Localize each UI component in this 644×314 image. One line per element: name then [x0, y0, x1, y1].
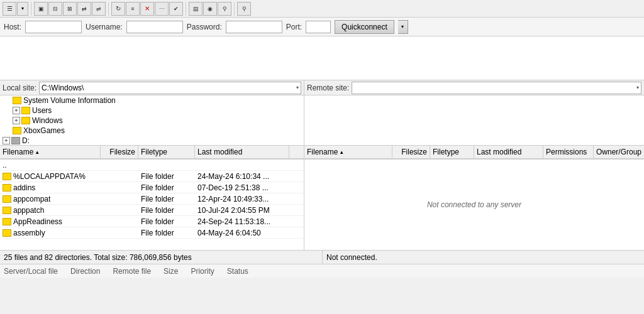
file-extra-cell [289, 216, 304, 227]
sort-arrow-icon: ▲ [339, 149, 344, 155]
disconnect-button[interactable]: ⋯ [155, 2, 169, 16]
file-row-appreadiness[interactable]: AppReadiness File folder 24-Sep-24 11:53… [0, 216, 304, 227]
col-filename-remote-header[interactable]: Filename▲ [304, 146, 392, 158]
folder-icon [21, 117, 30, 124]
view-panel1-button[interactable]: ▣ [34, 2, 48, 16]
local-site-header: Local site: C:\Windows\ ▾ [0, 80, 304, 95]
file-size-cell [101, 216, 138, 227]
expand-icon[interactable]: + [3, 137, 10, 144]
file-modified-cell: 24-Sep-24 11:53:18... [195, 216, 289, 227]
file-extra-cell [289, 193, 304, 204]
file-name-cell: appcompat [0, 193, 101, 204]
col-owner-remote-header[interactable]: Owner/Group [594, 146, 644, 158]
username-input[interactable] [126, 21, 183, 33]
local-path-dropdown[interactable]: C:\Windows\ ▾ [39, 82, 301, 94]
col-extra-header [289, 146, 304, 158]
host-input[interactable] [25, 21, 82, 33]
file-row-assembly[interactable]: assembly File folder 04-May-24 6:04:50 [0, 227, 304, 239]
host-label: Host: [4, 23, 21, 31]
local-site-label: Local site: [3, 84, 36, 92]
file-type-cell: File folder [138, 227, 195, 238]
expand-icon[interactable]: + [13, 107, 20, 114]
view-panel2-button[interactable]: ⊟ [48, 2, 62, 16]
col-filesize-remote-header[interactable]: Filesize [392, 146, 430, 158]
file-row-dotdot[interactable]: .. [0, 160, 304, 171]
col-modified-remote-header[interactable]: Last modified [474, 146, 543, 158]
file-row-localappdata[interactable]: %LOCALAPPDATA% File folder 24-May-24 6:1… [0, 171, 304, 182]
remote-site-header: Remote site: ▾ [304, 80, 644, 95]
col-filetype-remote-header[interactable]: Filetype [430, 146, 474, 158]
tree-item-sysvolinfo[interactable]: System Volume Information [0, 95, 304, 106]
tree-item-label: Windows [32, 116, 63, 125]
queue-col-server: Server/Local file [4, 267, 58, 276]
view-panel3-button[interactable]: ⊠ [63, 2, 77, 16]
tree-item-windows[interactable]: + Windows [0, 116, 304, 126]
file-row-addins[interactable]: addins File folder 07-Dec-19 2:51:38 ... [0, 182, 304, 193]
col-filename-header[interactable]: Filename▲ [0, 146, 101, 158]
tree-item-label: D: [22, 136, 30, 145]
refresh-button[interactable]: ↻ [111, 2, 125, 16]
sort-arrow-icon: ▲ [35, 149, 40, 155]
port-input[interactable] [306, 21, 331, 33]
tree-item-users[interactable]: + Users [0, 106, 304, 116]
site-manager-button[interactable]: ☰ [3, 2, 16, 16]
file-extra-cell [289, 160, 304, 170]
file-name-cell: .. [0, 160, 101, 170]
tree-item-label: Users [32, 106, 52, 115]
remote-tree [304, 95, 644, 146]
col-perms-remote-header[interactable]: Permissions [543, 146, 594, 158]
file-size-cell [101, 171, 138, 181]
toolbar-group-actions: ↻ ≡ ✕ ⋯ ✔ [111, 2, 186, 16]
queue-col-priority: Priority [191, 267, 214, 276]
file-name-cell: apppatch [0, 205, 101, 215]
tree-item-drive-d[interactable]: + D: [0, 136, 304, 146]
file-modified-cell: 04-May-24 6:04:50 [195, 227, 289, 238]
search-files-button[interactable]: ⚲ [218, 2, 231, 16]
file-modified-cell: 07-Dec-19 2:51:38 ... [195, 182, 289, 193]
toolbar-group-find: ⚲ [237, 2, 253, 16]
file-modified-cell [195, 160, 289, 170]
local-path-arrow-icon: ▾ [296, 85, 299, 90]
queue-col-remote: Remote file [113, 267, 151, 276]
cancel-button[interactable]: ✕ [140, 2, 154, 16]
file-type-cell: File folder [138, 205, 195, 215]
col-filetype-header[interactable]: Filetype [138, 146, 195, 158]
remote-path-arrow-icon: ▾ [636, 85, 639, 90]
col-modified-header[interactable]: Last modified [195, 146, 289, 158]
file-type-cell: File folder [138, 182, 195, 193]
file-modified-cell: 10-Jul-24 2:04:55 PM [195, 205, 289, 215]
options-button[interactable]: ≡ [126, 2, 140, 16]
file-extra-cell [289, 171, 304, 181]
file-row-apppatch[interactable]: apppatch File folder 10-Jul-24 2:04:55 P… [0, 205, 304, 216]
remote-file-list: Filename▲ Filesize Filetype Last modifie… [304, 146, 644, 250]
queue-col-size: Size [164, 267, 178, 276]
folder-icon [3, 184, 11, 192]
filter2-button[interactable]: ◉ [203, 2, 217, 16]
view-panel5-button[interactable]: ⇌ [92, 2, 106, 16]
quickconnect-button[interactable]: Quickconnect [335, 20, 394, 34]
toolbar-group-view: ▣ ⊟ ⊠ ⇄ ⇌ [34, 2, 109, 16]
file-size-cell [101, 182, 138, 193]
tree-item-xboxgames[interactable]: XboxGames [0, 126, 304, 136]
local-panel: Local site: C:\Windows\ ▾ System Volume … [0, 80, 304, 250]
file-row-appcompat[interactable]: appcompat File folder 12-Apr-24 10:49:33… [0, 193, 304, 205]
local-tree: System Volume Information + Users + Wind… [0, 95, 304, 146]
folder-icon [3, 229, 11, 237]
site-panels: Local site: C:\Windows\ ▾ System Volume … [0, 80, 644, 250]
col-filesize-header[interactable]: Filesize [101, 146, 138, 158]
password-input[interactable] [226, 21, 282, 33]
find-button[interactable]: ⚲ [237, 2, 251, 16]
file-extra-cell [289, 205, 304, 215]
filter-button[interactable]: ▤ [189, 2, 203, 16]
file-type-cell: File folder [138, 216, 195, 227]
expand-icon[interactable]: + [13, 117, 20, 124]
file-size-cell [101, 205, 138, 215]
remote-path-dropdown[interactable]: ▾ [352, 82, 641, 94]
reconnect-button[interactable]: ✔ [169, 2, 183, 16]
toolbar-group-filter: ▤ ◉ ⚲ [189, 2, 235, 16]
file-extra-cell [289, 227, 304, 238]
quickconnect-dropdown-button[interactable]: ▾ [398, 20, 408, 34]
site-manager-dropdown-button[interactable]: ▾ [17, 2, 28, 16]
view-panel4-button[interactable]: ⇄ [77, 2, 91, 16]
queue-col-status: Status [227, 267, 248, 276]
